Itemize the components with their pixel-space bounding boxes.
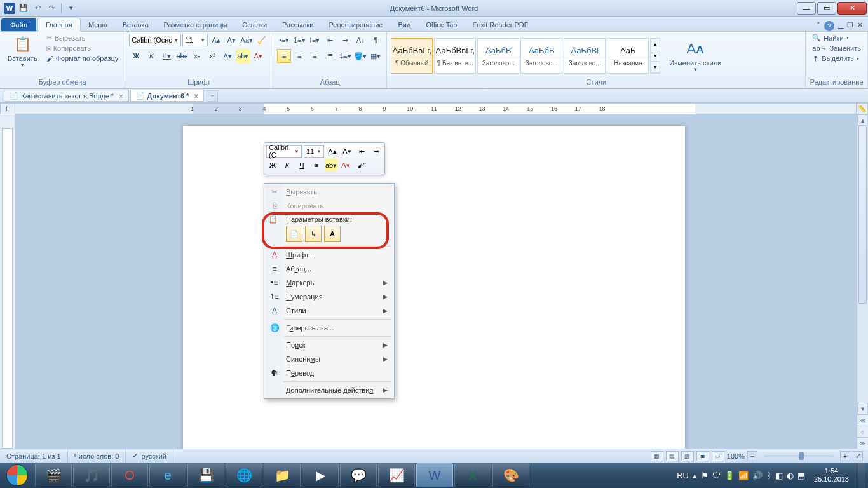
tray-show-hidden-icon[interactable]: ▴ <box>693 471 697 480</box>
paste-text-only-button[interactable]: A <box>324 226 341 242</box>
taskbar-app-wmp[interactable]: ▶ <box>302 463 339 487</box>
new-doc-tab[interactable]: ▫ <box>207 90 218 102</box>
ctx-translate[interactable]: 🗣Перевод <box>266 366 393 380</box>
ribbon-minimize-icon[interactable]: ˄ <box>817 21 820 31</box>
taskbar-app-paint[interactable]: 🎨 <box>492 463 529 487</box>
align-justify-icon[interactable]: ≣ <box>323 49 337 63</box>
zoom-in-button[interactable]: + <box>840 451 850 461</box>
doc-tab-1[interactable]: 📄Как вставить текст в Ворде *× <box>4 90 129 102</box>
paste-keep-source-button[interactable]: 📄 <box>286 226 302 242</box>
mini-shrink-font-icon[interactable]: A▾ <box>341 145 353 158</box>
mini-font-combo[interactable]: Calibri (С▼ <box>266 145 302 158</box>
grow-font-icon[interactable]: A▴ <box>209 33 223 47</box>
mini-bold-button[interactable]: Ж <box>266 159 279 172</box>
scroll-track[interactable] <box>857 126 868 403</box>
status-language[interactable]: ✔русский <box>126 449 173 463</box>
taskbar-app-opera[interactable]: O <box>111 463 148 487</box>
borders-icon[interactable]: ▦▾ <box>369 49 383 63</box>
ctx-bullets[interactable]: •≡Маркеры▶ <box>266 276 393 290</box>
mini-italic-button[interactable]: К <box>281 159 294 172</box>
format-painter-button[interactable]: 🖌Формат по образцу <box>44 54 121 63</box>
document-area[interactable] <box>15 114 857 449</box>
bold-button[interactable]: Ж <box>129 49 143 63</box>
numbering-icon[interactable]: 1≡▾ <box>292 33 306 47</box>
multilevel-icon[interactable]: ⁝≡▾ <box>308 33 322 47</box>
font-name-combo[interactable]: Calibri (Осно▼ <box>129 34 181 46</box>
help-icon[interactable]: ? <box>824 21 834 31</box>
paste-button[interactable]: 📋 Вставить ▼ <box>4 33 41 69</box>
browse-object-icon[interactable]: ○ <box>857 426 868 437</box>
next-page-icon[interactable]: ≫ <box>857 437 868 449</box>
decrease-indent-icon[interactable]: ⇤ <box>323 33 337 47</box>
tray-volume-icon[interactable]: 🔊 <box>752 471 763 480</box>
tab-layout[interactable]: Разметка страницы <box>156 18 235 31</box>
undo-icon[interactable]: ↶ <box>32 3 43 14</box>
close-tab-icon[interactable]: × <box>119 92 123 100</box>
tab-view[interactable]: Вид <box>390 18 418 31</box>
view-fullscreen-icon[interactable]: ▤ <box>666 451 679 461</box>
increase-indent-icon[interactable]: ⇥ <box>338 33 352 47</box>
underline-button[interactable]: Ч▾ <box>159 49 173 63</box>
close-tab-icon[interactable]: × <box>194 92 198 100</box>
ctx-font[interactable]: AШрифт... <box>266 248 393 262</box>
tab-home[interactable]: Главная <box>37 18 81 32</box>
align-center-icon[interactable]: ≡ <box>292 49 306 63</box>
mini-underline-button[interactable]: Ч <box>295 159 308 172</box>
shading-icon[interactable]: 🪣▾ <box>353 49 367 63</box>
view-draft-icon[interactable]: ▭ <box>712 451 724 461</box>
clear-formatting-icon[interactable]: 🧹 <box>255 33 269 47</box>
view-outline-icon[interactable]: ≣ <box>696 451 709 461</box>
scroll-thumb[interactable] <box>858 126 867 304</box>
tab-foxit[interactable]: Foxit Reader PDF <box>465 18 536 31</box>
ctx-additional[interactable]: Дополнительные действия▶ <box>266 383 393 397</box>
ribbon-window-restore-icon[interactable]: ❐ <box>847 21 853 31</box>
mini-size-combo[interactable]: 11▼ <box>304 145 324 158</box>
zoom-out-button[interactable]: − <box>747 451 757 461</box>
strike-button[interactable]: abc <box>175 49 189 63</box>
style-item[interactable]: АаБбВЗаголово... <box>520 38 562 74</box>
align-right-icon[interactable]: ≡ <box>308 49 322 63</box>
vertical-scrollbar[interactable]: ▴ ▾ ≪ ○ ≫ <box>857 114 868 449</box>
taskbar-app-chrome[interactable]: 🌐 <box>226 463 262 487</box>
copy-button[interactable]: ⎘Копировать <box>44 44 121 53</box>
tray-battery-icon[interactable]: 🔋 <box>724 471 735 480</box>
style-gallery-expand[interactable]: ▴▾▾ <box>650 38 660 74</box>
ctx-numbering[interactable]: 1≡Нумерация▶ <box>266 290 393 304</box>
taskbar-app-save[interactable]: 💾 <box>187 463 224 487</box>
tab-review[interactable]: Рецензирование <box>321 18 390 31</box>
qat-customize-icon[interactable]: ▾ <box>65 3 77 14</box>
taskbar-app-activity[interactable]: 📈 <box>378 463 415 487</box>
tab-insert[interactable]: Вставка <box>115 18 156 31</box>
ribbon-window-min-icon[interactable]: ▁ <box>838 21 843 31</box>
change-styles-button[interactable]: Aᴀ Изменить стили ▼ <box>665 37 725 74</box>
zoom-level[interactable]: 100% <box>727 452 745 460</box>
subscript-button[interactable]: x₂ <box>190 49 204 63</box>
page[interactable] <box>183 126 685 449</box>
style-item[interactable]: АаБбВіЗаголово... <box>564 38 606 74</box>
replace-button[interactable]: ab↔Заменить <box>810 44 864 53</box>
minimize-button[interactable]: — <box>797 2 816 15</box>
tray-bt-icon[interactable]: ᛒ <box>766 471 771 480</box>
style-item[interactable]: АаБбВвГг,¶ Обычный <box>391 38 433 74</box>
mini-increase-indent-icon[interactable]: ⇥ <box>370 145 383 158</box>
status-page[interactable]: Страница: 1 из 1 <box>0 449 68 463</box>
tab-selector[interactable]: L <box>0 103 15 114</box>
taskbar-app-excel[interactable]: X <box>454 463 491 487</box>
mini-grow-font-icon[interactable]: A▴ <box>326 145 339 158</box>
save-icon[interactable]: 💾 <box>18 3 29 14</box>
text-effects-icon[interactable]: A▾ <box>220 49 234 63</box>
taskbar-app-ie[interactable]: e <box>149 463 186 487</box>
mini-decrease-indent-icon[interactable]: ⇤ <box>355 145 368 158</box>
ribbon-window-close-icon[interactable]: ✕ <box>857 21 863 31</box>
mini-font-color-icon[interactable]: A▾ <box>339 159 352 172</box>
tray-clock[interactable]: 1:5425.10.2013 <box>809 467 854 484</box>
shrink-font-icon[interactable]: A▾ <box>224 33 238 47</box>
style-item[interactable]: АаБНазвание <box>607 38 649 74</box>
horizontal-ruler[interactable] <box>15 103 857 114</box>
show-marks-icon[interactable]: ¶ <box>369 33 383 47</box>
mini-format-painter-icon[interactable]: 🖌 <box>354 159 367 172</box>
doc-tab-2[interactable]: 📄Документ6 *× <box>130 90 204 102</box>
maximize-button[interactable]: ▭ <box>817 2 836 15</box>
taskbar-app-mpc[interactable]: 🎬 <box>35 463 72 487</box>
vertical-ruler[interactable] <box>0 114 15 449</box>
